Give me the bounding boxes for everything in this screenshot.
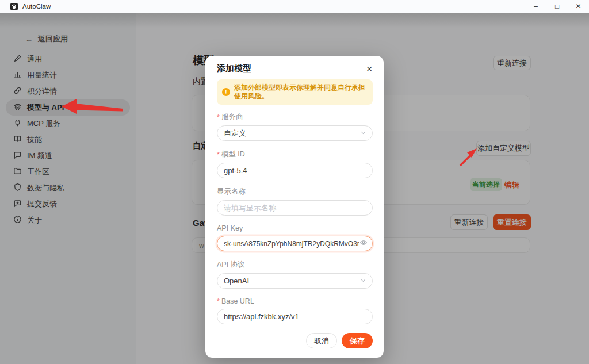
required-mark: * [217, 297, 220, 305]
warning-banner: ! 添加外部模型即表示你理解并同意自行承担使用风险。 [217, 79, 373, 105]
title-bar: AutoClaw – □ ✕ [0, 0, 589, 13]
app-window: AutoClaw – □ ✕ ← 返回应用 通用 用量统计 [0, 0, 589, 364]
eye-icon[interactable] [359, 239, 368, 248]
warning-text: 添加外部模型即表示你理解并同意自行承担使用风险。 [234, 83, 368, 101]
chevron-down-icon [360, 277, 366, 285]
api-protocol-field: API 协议 OpenAI [217, 260, 373, 289]
display-name-field: 显示名称 [217, 187, 373, 216]
required-mark: * [217, 113, 220, 121]
app-title: AutoClaw [22, 3, 51, 10]
cancel-button[interactable]: 取消 [306, 333, 337, 348]
close-icon[interactable]: ✕ [568, 0, 589, 13]
warning-icon: ! [222, 88, 230, 96]
api-key-field: API Key [217, 224, 373, 251]
api-protocol-label: API 协议 [217, 260, 245, 270]
save-button[interactable]: 保存 [342, 333, 373, 348]
minimize-icon[interactable]: – [525, 0, 546, 13]
api-key-input[interactable] [224, 240, 359, 248]
base-url-label: Base URL [221, 297, 254, 305]
provider-value: 自定义 [224, 128, 246, 139]
display-name-input[interactable] [217, 200, 373, 216]
provider-label: 服务商 [221, 112, 243, 122]
api-protocol-value: OpenAI [224, 277, 249, 285]
provider-field: *服务商 自定义 [217, 112, 373, 141]
maximize-icon[interactable]: □ [546, 0, 568, 13]
provider-select[interactable]: 自定义 [217, 125, 373, 141]
chevron-down-icon [360, 129, 366, 137]
dialog-title: 添加模型 [217, 63, 251, 74]
base-url-input[interactable] [217, 309, 373, 324]
api-key-label: API Key [217, 224, 243, 232]
model-id-field: *模型 ID [217, 150, 373, 178]
model-id-input[interactable] [217, 163, 373, 178]
app-logo-icon [10, 3, 18, 10]
model-id-label: 模型 ID [221, 150, 245, 159]
app-body: ← 返回应用 通用 用量统计 积分详情 模型与 API [0, 13, 589, 364]
add-model-dialog: 添加模型 ✕ ! 添加外部模型即表示你理解并同意自行承担使用风险。 *服务商 自… [205, 56, 384, 358]
required-mark: * [217, 151, 220, 159]
dialog-close-icon[interactable]: ✕ [366, 65, 373, 73]
api-protocol-select[interactable]: OpenAI [217, 273, 373, 289]
api-key-inputbox [217, 236, 373, 251]
base-url-field: *Base URL [217, 297, 373, 324]
display-name-label: 显示名称 [217, 187, 246, 197]
